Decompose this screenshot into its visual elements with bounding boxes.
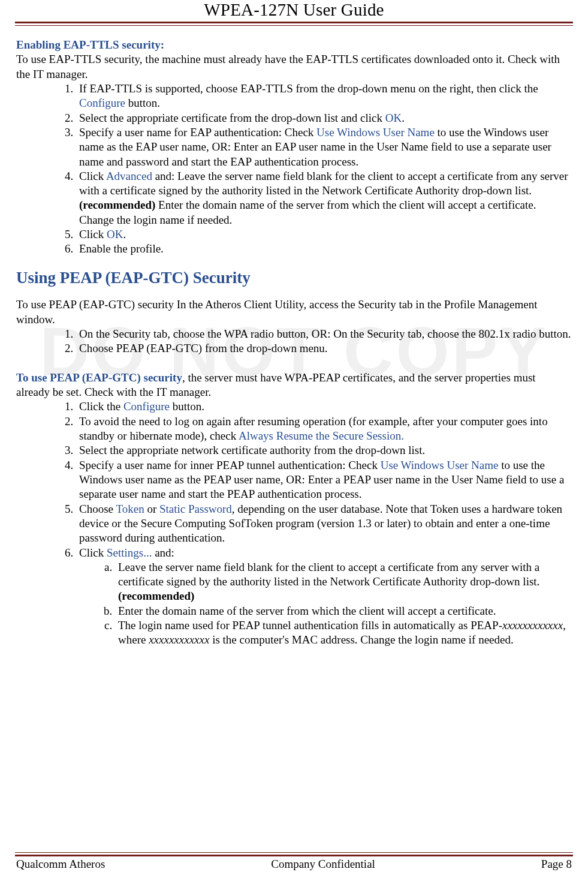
mac-placeholder: xxxxxxxxxxxx <box>149 633 209 646</box>
section1-intro: To use EAP-TTLS security, the machine mu… <box>16 53 560 80</box>
link-ok: OK <box>385 112 402 124</box>
list-item: Click Advanced and: Leave the server nam… <box>76 169 572 227</box>
link-always-resume: Always Resume the Secure Session. <box>239 429 404 442</box>
list-item: To avoid the need to log on again after … <box>76 414 572 444</box>
section-heading-peap: Using PEAP (EAP-GTC) Security <box>16 267 572 288</box>
link-token: Token <box>116 503 144 515</box>
link-ok: OK <box>107 228 123 240</box>
list-item: Choose Token or Static Password, dependi… <box>76 502 572 546</box>
link-configure: Configure <box>123 400 170 413</box>
link-static-password: Static Password <box>159 503 232 515</box>
link-settings: Settings... <box>107 546 152 559</box>
list-item: Click OK. <box>76 227 572 242</box>
mac-placeholder: xxxxxxxxxxxx <box>502 619 563 632</box>
section-heading-ttls: Enabling EAP-TTLS security: <box>16 38 164 51</box>
link-configure: Configure <box>79 97 125 109</box>
footer-left: Qualcomm Atheros <box>16 858 105 871</box>
list-item: If EAP-TTLS is supported, choose EAP-TTL… <box>76 82 572 111</box>
list-item: Leave the server name field blank for th… <box>115 560 572 604</box>
footer-right: Page 8 <box>541 858 572 871</box>
link-use-windows-user-name: Use Windows User Name <box>381 459 499 471</box>
section-heading-peap-use: To use PEAP (EAP-GTC) security <box>16 371 182 384</box>
list-item: On the Security tab, choose the WPA radi… <box>76 327 572 341</box>
list-item: Enable the profile. <box>76 242 572 256</box>
footer-rule <box>15 852 573 856</box>
list-item: Select the appropriate certificate from … <box>76 111 572 125</box>
list-item: Specify a user name for inner PEAP tunne… <box>76 458 572 502</box>
link-advanced: Advanced <box>106 170 152 182</box>
section1-list: If EAP-TTLS is supported, choose EAP-TTL… <box>16 82 572 257</box>
link-use-windows-user-name: Use Windows User Name <box>316 126 435 139</box>
list-item: Choose PEAP (EAP-GTC) from the drop-down… <box>76 341 572 356</box>
body-content: Enabling EAP-TTLS security: To use EAP-T… <box>15 38 573 648</box>
section3-list: Click the Configure button. To avoid the… <box>16 399 572 647</box>
footer-center: Company Confidential <box>271 858 375 871</box>
recommended-label: (recommended) <box>118 590 194 602</box>
page-title: WPEA-127N User Guide <box>15 0 573 22</box>
section2-list: On the Security tab, choose the WPA radi… <box>16 327 572 356</box>
section3-sublist: Leave the server name field blank for th… <box>79 560 572 648</box>
header-rule <box>15 22 573 26</box>
section2-intro: To use PEAP (EAP-GTC) security In the At… <box>16 297 572 327</box>
list-item: The login name used for PEAP tunnel auth… <box>115 618 572 648</box>
list-item: Click Settings... and: Leave the server … <box>76 546 572 648</box>
recommended-label: (recommended) <box>79 199 155 211</box>
footer: Qualcomm Atheros Company Confidential Pa… <box>15 858 573 871</box>
list-item: Enter the domain name of the server from… <box>115 604 572 618</box>
list-item: Specify a user name for EAP authenticati… <box>76 125 572 169</box>
list-item: Click the Configure button. <box>76 399 572 414</box>
list-item: Select the appropriate network certifica… <box>76 443 572 458</box>
